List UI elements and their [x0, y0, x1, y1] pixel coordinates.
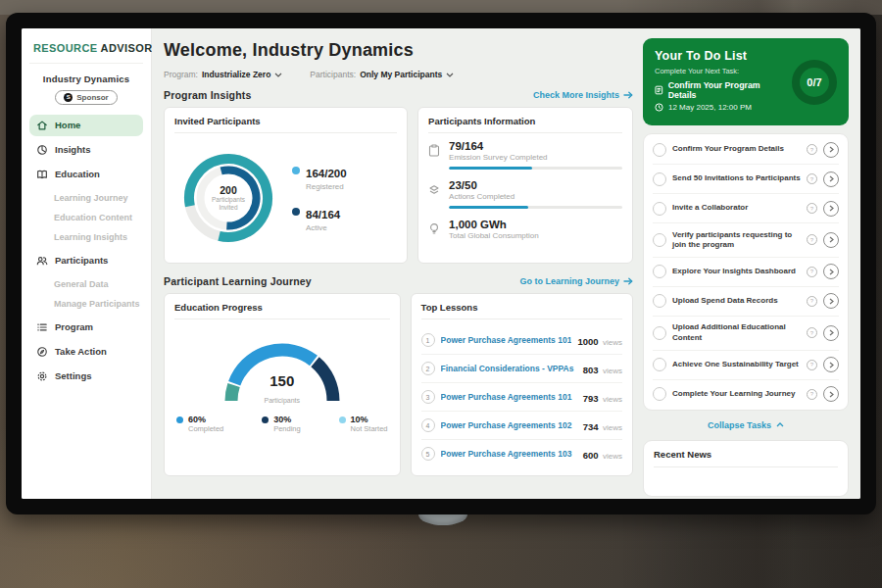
- sidebar-item-label: Home: [55, 120, 80, 130]
- task-checkbox[interactable]: [653, 294, 666, 308]
- content-area: Welcome, Industry Dynamics Program: Indu…: [152, 28, 860, 499]
- info-icon[interactable]: ?: [807, 203, 817, 214]
- donut-chart-area: 200 Participants Invited 164/200 Registe…: [174, 140, 397, 254]
- task-open-button[interactable]: [823, 293, 839, 309]
- sponsor-label: Sponsor: [76, 93, 108, 102]
- task-open-button[interactable]: [823, 201, 839, 217]
- sidebar-item-insights[interactable]: Insights: [29, 139, 143, 161]
- info-icon[interactable]: ?: [807, 234, 817, 245]
- sidebar-item-settings[interactable]: Settings: [29, 366, 143, 387]
- task-row[interactable]: Invite a Collaborator ?: [653, 194, 839, 223]
- brand-resource: RESOURCE: [33, 42, 98, 54]
- lesson-row[interactable]: 1 Power Purchase Agreements 101 1000 vie…: [421, 326, 622, 355]
- lesson-title-link[interactable]: Power Purchase Agreements 101: [441, 335, 572, 345]
- task-label: Complete Your Learning Journey: [672, 389, 801, 399]
- sidebar-item-program[interactable]: Program: [29, 317, 143, 338]
- task-open-button[interactable]: [823, 325, 839, 341]
- info-icon[interactable]: ?: [807, 360, 817, 370]
- views-suffix: views: [603, 367, 622, 375]
- task-open-button[interactable]: [823, 142, 839, 158]
- task-open-button[interactable]: [823, 264, 839, 279]
- legend-dot: [176, 416, 183, 423]
- sidebar-item-label: Insights: [55, 144, 90, 155]
- task-checkbox[interactable]: [653, 387, 666, 401]
- legend-dot: [292, 208, 300, 216]
- stat-label: Actions Completed: [449, 192, 622, 201]
- lesson-title-link[interactable]: Financial Considerations - VPPAs: [441, 364, 577, 373]
- lesson-title-link[interactable]: Power Purchase Agreements 103: [441, 449, 577, 459]
- task-label: Upload Spend Data Records: [672, 296, 801, 306]
- task-open-button[interactable]: [823, 386, 839, 402]
- participants-dropdown[interactable]: Participants: Only My Participants: [310, 70, 454, 79]
- stat-value: 79/164: [449, 140, 622, 152]
- task-row[interactable]: Explore Your Insights Dashboard ?: [653, 258, 839, 287]
- lesson-row[interactable]: 3 Power Purchase Agreements 101 793 view…: [421, 383, 622, 412]
- education-progress-card: Education Progress 150 Participants: [164, 293, 401, 476]
- document-icon: [655, 85, 663, 95]
- clock-icon: [655, 103, 663, 112]
- sidebar-item-education-content[interactable]: Education Content: [29, 208, 143, 227]
- sidebar-item-participants[interactable]: Participants: [29, 250, 143, 271]
- task-open-button[interactable]: [823, 357, 839, 372]
- collapse-tasks-link[interactable]: Collapse Tasks: [643, 418, 849, 432]
- info-icon[interactable]: ?: [807, 144, 817, 155]
- info-icon[interactable]: ?: [807, 173, 817, 184]
- task-checkbox[interactable]: [653, 265, 666, 278]
- participants-label: Participants:: [310, 70, 356, 79]
- sidebar-item-manage-participants[interactable]: Manage Participants: [29, 294, 143, 314]
- task-checkbox[interactable]: [653, 172, 666, 186]
- program-insights-header: Program Insights Check More Insights: [164, 89, 633, 101]
- lesson-row[interactable]: 4 Power Purchase Agreements 102 734 view…: [421, 412, 622, 440]
- task-label: Send 50 Invitations to Participants: [672, 173, 801, 183]
- task-checkbox[interactable]: [653, 233, 666, 247]
- sidebar-item-label: Take Action: [55, 346, 107, 357]
- top-lessons-card: Top Lessons 1 Power Purchase Agreements …: [411, 293, 633, 476]
- program-dropdown[interactable]: Program: Industrialize Zero: [164, 70, 282, 79]
- lesson-title-link[interactable]: Power Purchase Agreements 102: [441, 420, 577, 430]
- views-suffix: views: [603, 338, 622, 347]
- sidebar-item-education[interactable]: Education: [29, 164, 143, 185]
- info-icon[interactable]: ?: [807, 327, 817, 338]
- task-row[interactable]: Upload Spend Data Records ?: [653, 287, 839, 317]
- task-checkbox[interactable]: [653, 202, 666, 216]
- gauge-center: 150 Participants: [210, 372, 355, 407]
- task-label: Achieve One Sustainability Target: [672, 360, 801, 369]
- task-open-button[interactable]: [823, 232, 839, 248]
- org-name: Industry Dynamics: [29, 74, 143, 84]
- task-row[interactable]: Send 50 Invitations to Participants ?: [653, 165, 839, 194]
- chevron-right-icon: [829, 175, 834, 182]
- program-label: Program:: [164, 70, 198, 79]
- lesson-row[interactable]: 2 Financial Considerations - VPPAs 803 v…: [421, 355, 622, 383]
- lesson-row[interactable]: 5 Power Purchase Agreements 103 600 view…: [421, 440, 622, 467]
- task-row[interactable]: Verify participants requesting to join t…: [653, 223, 839, 258]
- task-row[interactable]: Upload Additional Educational Content ?: [653, 317, 839, 351]
- sidebar-item-learning-insights[interactable]: Learning Insights: [29, 227, 143, 247]
- check-more-insights-link[interactable]: Check More Insights: [533, 90, 633, 100]
- info-icon[interactable]: ?: [807, 296, 817, 307]
- sidebar-item-learning-journey[interactable]: Learning Journey: [29, 188, 143, 208]
- info-icon[interactable]: ?: [807, 389, 817, 400]
- lesson-title-link[interactable]: Power Purchase Agreements 101: [441, 392, 577, 402]
- next-task-row[interactable]: Confirm Your Program Details: [655, 80, 786, 100]
- chevron-right-icon: [829, 269, 834, 275]
- registered-label: Registered: [306, 182, 347, 191]
- sidebar-item-take-action[interactable]: Take Action: [29, 341, 143, 363]
- app-window: RESOURCE ADVISOR+ Industry Dynamics S Sp…: [22, 28, 860, 499]
- task-row[interactable]: Achieve One Sustainability Target ?: [653, 351, 839, 380]
- sponsor-badge[interactable]: S Sponsor: [55, 90, 117, 105]
- sidebar-item-general-data[interactable]: General Data: [29, 274, 143, 294]
- link-label: Check More Insights: [533, 90, 619, 100]
- task-checkbox[interactable]: [653, 143, 666, 157]
- task-open-button[interactable]: [823, 172, 839, 187]
- info-icon[interactable]: ?: [807, 267, 817, 277]
- lesson-rank: 2: [421, 362, 435, 375]
- task-row[interactable]: Confirm Your Program Details ?: [653, 135, 839, 165]
- sidebar-item-home[interactable]: Home: [29, 115, 143, 136]
- card-title: Participants Information: [428, 116, 622, 133]
- task-row[interactable]: Complete Your Learning Journey ?: [653, 380, 839, 409]
- program-insights-title: Program Insights: [164, 89, 252, 101]
- go-to-learning-journey-link[interactable]: Go to Learning Journey: [519, 276, 633, 286]
- brand-logo[interactable]: RESOURCE ADVISOR+: [29, 38, 143, 64]
- task-checkbox[interactable]: [653, 326, 666, 340]
- task-checkbox[interactable]: [653, 358, 666, 371]
